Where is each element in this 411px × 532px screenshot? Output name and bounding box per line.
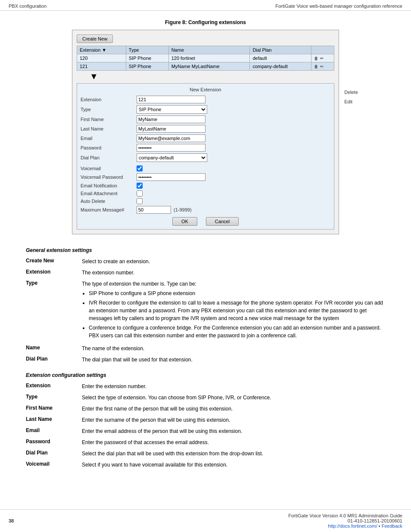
new-extension-form: New Extension Extension Type SIP Phone I…	[77, 83, 334, 230]
term-cfg-type: Type	[26, 394, 82, 400]
footer-right: FortiGate Voice Version 4.0 MR1 Administ…	[288, 513, 402, 529]
field-label-extension: Extension	[81, 97, 137, 102]
field-label-lastname: Last Name	[81, 126, 137, 131]
desc-cfg-firstname: Enter the first name of the person that …	[82, 405, 385, 413]
footer-doc-number: 01-410-112851-20100601	[288, 518, 402, 523]
lastname-input[interactable]	[137, 125, 206, 133]
ok-button[interactable]: OK	[172, 217, 197, 226]
term-cfg-email: Email	[26, 427, 82, 433]
delete-icon[interactable]: 🗑	[314, 64, 318, 69]
def-row-cfg-email: Email Enter the email address of the per…	[26, 427, 385, 435]
field-label-firstname: First Name	[81, 117, 137, 122]
term-cfg-voicemail: Voicemail	[26, 461, 82, 467]
ext-name: MyName MyLastName	[168, 62, 250, 71]
desc-cfg-extension: Enter the extension number.	[82, 383, 385, 390]
ext-name: 120 fortinet	[168, 54, 250, 62]
figure-title: Figure 8: Configuring extensions	[26, 19, 385, 25]
delete-icon[interactable]: 🗑	[314, 56, 318, 61]
form-row-password: Password	[81, 144, 330, 152]
field-label-email-notification: Email Notification	[81, 183, 137, 188]
ext-actions: 🗑 ✏	[311, 62, 334, 71]
def-row-cfg-firstname: First Name Enter the first name of the p…	[26, 405, 385, 413]
col-actions	[311, 46, 334, 54]
email-input[interactable]	[137, 134, 206, 142]
cancel-button[interactable]: Cancel	[206, 217, 239, 226]
feedback-link[interactable]: Feedback	[382, 523, 402, 529]
table-row: 120 SIP Phone 120 fortinet default 🗑 ✏	[77, 54, 334, 62]
term-name: Name	[26, 345, 82, 351]
password-input[interactable]	[137, 144, 206, 152]
col-name: Name	[168, 46, 250, 54]
footer-doc-title: FortiGate Voice Version 4.0 MR1 Administ…	[288, 513, 402, 518]
form-row-dialplan: Dial Plan company-default default	[81, 153, 330, 162]
desc-cfg-dialplan: Select the dial plan that will be used w…	[82, 450, 385, 457]
footer-url-link[interactable]: http://docs.fortinet.com/	[328, 523, 377, 529]
voicemail-password-input[interactable]	[137, 173, 206, 181]
def-row-cfg-dialplan: Dial Plan Select the dial plan that will…	[26, 450, 385, 457]
delete-label: Delete	[344, 90, 358, 95]
def-row-name: Name The name of the extension.	[26, 345, 385, 352]
field-label-auto-delete: Auto Delete	[81, 199, 137, 204]
config-settings-table: Extension Enter the extension number. Ty…	[26, 383, 385, 469]
page-header: PBX configuration FortiGate Voice web-ba…	[0, 0, 411, 11]
term-dialplan: Dial Plan	[26, 356, 82, 362]
desc-cfg-password: Enter the password of that accesses the …	[82, 439, 385, 446]
extension-input[interactable]	[137, 96, 206, 103]
footer-separator: •	[379, 523, 380, 529]
email-notification-checkbox[interactable]	[137, 183, 143, 189]
def-row-dialplan: Dial Plan The dial plan that will be use…	[26, 356, 385, 364]
def-row-cfg-password: Password Enter the password of that acce…	[26, 439, 385, 446]
form-row-voicemail-password: Voicemail Password	[81, 173, 330, 181]
col-type: Type	[126, 46, 168, 54]
def-row-cfg-lastname: Last Name Enter the surname of the perso…	[26, 416, 385, 424]
ext-actions: 🗑 ✏	[311, 54, 334, 62]
field-label-password: Password	[81, 145, 137, 150]
create-new-button[interactable]: Create New	[77, 34, 113, 43]
form-row-voicemail: Voicemail	[81, 165, 330, 171]
term-extension: Extension	[26, 269, 82, 275]
field-label-voicemail-password: Voicemail Password	[81, 174, 137, 180]
page-footer: 38 FortiGate Voice Version 4.0 MR1 Admin…	[0, 509, 411, 532]
max-message-input[interactable]	[137, 206, 171, 214]
form-row-auto-delete: Auto Delete	[81, 198, 330, 204]
desc-cfg-voicemail: Select if you want to have voicemail ava…	[82, 461, 385, 469]
table-row: 121 SIP Phone MyName MyLastName company-…	[77, 62, 334, 71]
term-cfg-password: Password	[26, 439, 82, 445]
desc-cfg-type: Select the type of extension. You can ch…	[82, 394, 385, 401]
term-cfg-extension: Extension	[26, 383, 82, 389]
auto-delete-checkbox[interactable]	[137, 198, 143, 204]
form-row-firstname: First Name	[81, 115, 330, 123]
edit-icon[interactable]: ✏	[320, 64, 324, 69]
term-cfg-dialplan: Dial Plan	[26, 450, 82, 456]
email-attachment-checkbox[interactable]	[137, 190, 143, 196]
desc-cfg-email: Enter the email address of the person th…	[82, 427, 385, 435]
form-row-email: Email	[81, 134, 330, 142]
edit-icon[interactable]: ✏	[320, 56, 324, 61]
edit-label: Edit	[344, 99, 358, 104]
ext-type: SIP Phone	[126, 54, 168, 62]
header-right: FortiGate Voice web-based manager config…	[275, 3, 402, 9]
desc-type: The type of extension the number is. Typ…	[82, 280, 385, 341]
firstname-input[interactable]	[137, 115, 206, 123]
term-cfg-firstname: First Name	[26, 405, 82, 411]
dialplan-select[interactable]: company-default default	[137, 153, 207, 162]
desc-name: The name of the extension.	[82, 345, 385, 352]
type-select[interactable]: SIP Phone IVR Conference	[137, 105, 207, 114]
general-settings-table: Create New Select to create an extension…	[26, 258, 385, 364]
term-type: Type	[26, 280, 82, 286]
voicemail-checkbox[interactable]	[137, 165, 143, 171]
def-row-cfg-voicemail: Voicemail Select if you want to have voi…	[26, 461, 385, 469]
max-message-hint: (1-9999)	[174, 207, 192, 212]
field-label-type: Type	[81, 107, 137, 112]
ext-num: 120	[77, 54, 126, 62]
field-label-voicemail: Voicemail	[81, 166, 137, 171]
desc-createnew: Select to create an extension.	[82, 258, 385, 265]
form-row-type: Type SIP Phone IVR Conference	[81, 105, 330, 114]
footer-links: http://docs.fortinet.com/ • Feedback	[288, 523, 402, 529]
col-dialplan: Dial Plan	[250, 46, 311, 54]
term-createnew: Create New	[26, 258, 82, 264]
ext-type: SIP Phone	[126, 62, 168, 71]
field-label-max-message: Maximum Message#	[81, 207, 137, 212]
desc-dialplan: The dial plan that will be used for that…	[82, 356, 385, 364]
desc-extension: The extension number.	[82, 269, 385, 277]
